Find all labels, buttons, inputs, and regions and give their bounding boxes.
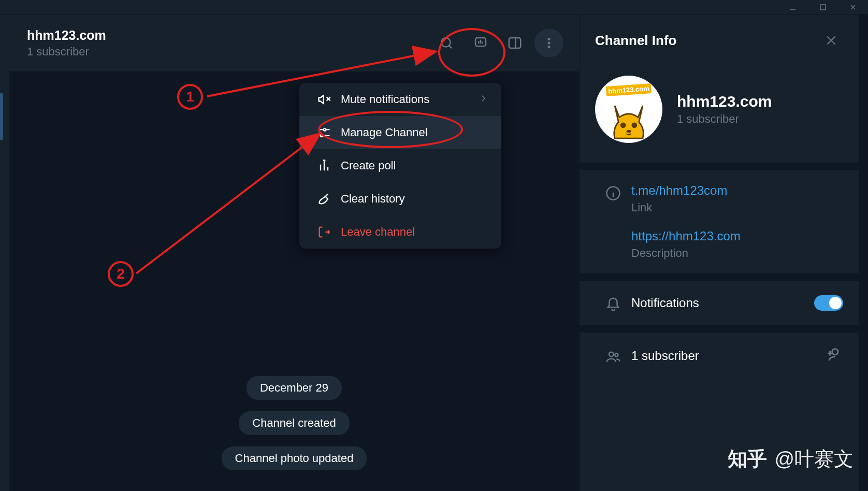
svg-point-8 <box>321 135 323 137</box>
info-subs-label: 1 subscriber <box>631 349 826 363</box>
mute-icon <box>313 92 336 107</box>
more-menu-button[interactable] <box>534 28 563 57</box>
channel-title: hhm123.com <box>27 28 106 43</box>
menu-label: Manage Channel <box>341 126 488 139</box>
svg-point-15 <box>832 349 838 355</box>
info-link-row[interactable]: t.me/hhm123com Link https://hhm123.com D… <box>580 170 859 273</box>
channel-info-panel: Channel Info hhm123.com hhm123.com 1 sub… <box>579 15 859 491</box>
side-panel-button[interactable] <box>500 28 529 57</box>
add-subscriber-button[interactable] <box>826 346 843 366</box>
svg-point-11 <box>627 130 631 133</box>
svg-point-1 <box>441 38 451 47</box>
channel-avatar[interactable]: hhm123.com <box>595 76 662 143</box>
window-close-button[interactable] <box>838 0 868 15</box>
service-channel-created: Channel created <box>239 411 349 435</box>
info-desc-url: https://hhm123.com <box>631 229 843 243</box>
menu-create-poll[interactable]: Create poll <box>299 149 501 182</box>
window-titlebar <box>0 0 868 15</box>
svg-point-9 <box>620 122 626 128</box>
avatar-banner-text: hhm123.com <box>606 83 652 96</box>
menu-label: Create poll <box>341 159 488 172</box>
svg-point-10 <box>631 122 637 128</box>
service-photo-updated: Channel photo updated <box>222 446 367 470</box>
menu-label: Leave channel <box>341 225 488 239</box>
divider <box>580 325 859 333</box>
menu-manage-channel[interactable]: Manage Channel <box>299 116 501 149</box>
bell-icon <box>595 294 631 312</box>
broom-icon <box>313 192 336 206</box>
chat-list-sidebar <box>0 15 9 491</box>
close-info-button[interactable] <box>819 28 843 52</box>
info-link-caption: Link <box>631 201 843 214</box>
info-subscribers-row[interactable]: 1 subscriber <box>580 333 859 379</box>
menu-clear-history[interactable]: Clear history <box>299 182 501 215</box>
active-chat-indicator <box>0 93 3 140</box>
info-channel-sub: 1 subscriber <box>677 112 772 126</box>
chat-panel: hhm123.com 1 subscriber December 29 Chan… <box>9 15 579 491</box>
svg-point-6 <box>548 46 551 48</box>
svg-point-4 <box>548 38 551 40</box>
menu-label: Mute notifications <box>341 93 479 106</box>
svg-point-14 <box>615 353 618 356</box>
window-minimize-button[interactable] <box>778 0 808 15</box>
info-link-url: t.me/hhm123com <box>631 183 843 198</box>
svg-point-5 <box>548 42 551 45</box>
channel-profile[interactable]: hhm123.com hhm123.com 1 subscriber <box>580 66 859 163</box>
notifications-toggle[interactable] <box>814 295 843 311</box>
poll-icon <box>313 158 336 173</box>
menu-label: Clear history <box>341 192 488 206</box>
info-notif-label: Notifications <box>631 296 814 310</box>
comments-button[interactable] <box>466 28 495 57</box>
people-icon <box>595 347 631 365</box>
divider <box>580 273 859 281</box>
window-maximize-button[interactable] <box>808 0 838 15</box>
more-dropdown-menu: Mute notifications Manage Channel Create… <box>299 83 501 249</box>
chevron-right-icon <box>479 93 488 106</box>
info-desc-caption: Description <box>631 247 843 260</box>
channel-subtitle: 1 subscriber <box>27 45 106 59</box>
divider <box>580 163 859 170</box>
info-channel-name: hhm123.com <box>677 93 772 110</box>
info-notifications-row[interactable]: Notifications <box>580 281 859 325</box>
svg-point-7 <box>324 128 326 131</box>
menu-leave-channel[interactable]: Leave channel <box>299 215 501 249</box>
leave-icon <box>313 225 336 239</box>
service-date: December 29 <box>247 376 342 400</box>
svg-point-13 <box>609 352 614 357</box>
info-title: Channel Info <box>595 33 819 49</box>
info-header: Channel Info <box>580 15 859 66</box>
svg-rect-0 <box>820 5 826 10</box>
chat-header[interactable]: hhm123.com 1 subscriber <box>9 15 579 71</box>
info-icon <box>595 183 631 201</box>
sliders-icon <box>313 125 336 140</box>
search-button[interactable] <box>432 28 461 57</box>
menu-mute-notifications[interactable]: Mute notifications <box>299 83 501 116</box>
